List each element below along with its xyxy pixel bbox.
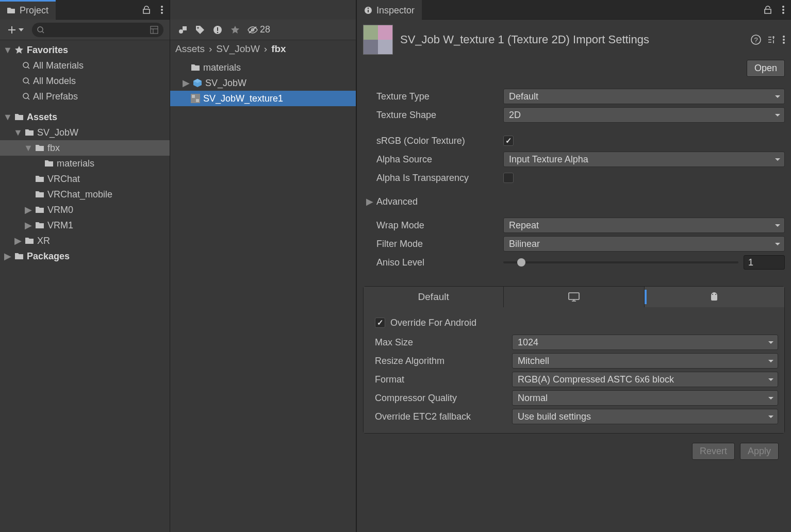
list-item-selected[interactable]: SV_JobW_texture1 [170,91,356,106]
inspector-header: SV_Job W_texture 1 (Texture 2D) Import S… [357,20,791,60]
search-icon [37,26,44,34]
format-dropdown[interactable]: RGB(A) Compressed ASTC 6x6 block [512,372,778,387]
svg-point-8 [179,29,183,34]
filter-mode-dropdown[interactable]: Bilinear [503,236,785,252]
favorite-item[interactable]: All Materials [0,58,170,73]
texture-shape-dropdown[interactable]: 2D [503,107,785,123]
breadcrumb-item[interactable]: SV_JobW [216,43,259,55]
inspector-panel: Inspector SV_Job W_texture 1 (Texture 2D… [357,0,791,532]
prop-alpha-source: Alpha Source Input Texture Alpha [363,150,785,169]
presets-icon[interactable] [767,35,777,44]
alpha-source-dropdown[interactable]: Input Texture Alpha [503,152,785,167]
srgb-checkbox[interactable] [503,136,514,146]
revert-button[interactable]: Revert [692,443,735,460]
prop-resize-algorithm: Resize Algorithm Mitchell [370,352,778,370]
list-item[interactable]: ▶ SV_JobW [170,75,356,91]
favorites-label: Favorites [27,45,68,56]
project-tab-header: Project [0,0,170,20]
packages-header[interactable]: ▶ Packages [0,248,170,264]
svg-point-0 [161,6,163,8]
chevron-right-icon: ▶ [183,79,190,87]
more-icon[interactable] [783,36,785,44]
desktop-icon [568,292,580,302]
svg-point-26 [783,36,785,38]
chevron-down-icon: ▼ [4,113,11,121]
open-row: Open [357,60,791,81]
open-button[interactable]: Open [747,60,785,77]
tree-folder[interactable]: ▶ VRM1 [0,218,170,233]
breadcrumb-item[interactable]: fbx [271,43,286,55]
wrap-mode-dropdown[interactable]: Repeat [503,218,785,233]
advanced-foldout[interactable]: ▶ Advanced [363,192,785,211]
tree-folder-selected[interactable]: ▼ fbx [0,140,170,156]
texture-preview[interactable] [363,25,393,55]
chevron-right-icon: ▶ [14,237,22,244]
packages-label: Packages [27,251,70,262]
compressor-quality-dropdown[interactable]: Normal [512,390,778,406]
filter-type-button[interactable] [174,23,191,37]
folder-open-icon [35,144,44,152]
chevron-down-icon: ▼ [25,144,32,152]
svg-point-10 [197,27,199,28]
search-input[interactable] [47,25,147,34]
svg-rect-16 [192,95,195,98]
prop-wrap-mode: Wrap Mode Repeat [363,216,785,235]
tree-folder[interactable]: ▼ SV_JobW [0,125,170,140]
lock-icon[interactable] [141,4,152,15]
inspector-tab-header: Inspector [357,0,791,20]
svg-rect-12 [217,27,218,31]
search-box[interactable] [32,23,163,37]
lock-icon[interactable] [762,4,773,15]
platform-tab-standalone[interactable] [504,287,644,307]
svg-text:?: ? [754,36,757,44]
search-by-type-icon[interactable] [150,26,158,34]
prop-max-size: Max Size 1024 [370,333,778,352]
platform-body: Override For Android Max Size 1024 Resiz… [364,307,784,433]
favorite-item[interactable]: All Models [0,73,170,89]
list-item[interactable]: materials [170,60,356,75]
platform-tab-default[interactable]: Default [364,287,504,307]
tree-folder[interactable]: ▶ XR [0,233,170,248]
tree-folder[interactable]: materials [0,156,170,171]
platform-tab-android[interactable] [645,287,784,307]
chevron-right-icon: ▶ [366,198,373,205]
max-size-dropdown[interactable]: 1024 [512,335,778,350]
tree-folder[interactable]: VRChat_mobile [0,187,170,202]
filter-label-button[interactable] [192,23,208,37]
prop-override-etc2: Override ETC2 fallback Use build setting… [370,407,778,426]
texture-type-dropdown[interactable]: Default [503,89,785,104]
filter-log-button[interactable] [209,23,226,37]
favorites-header[interactable]: ▼ Favorites [0,42,170,58]
override-etc2-dropdown[interactable]: Use build settings [512,409,778,424]
folder-icon [14,113,24,121]
chevron-right-icon: › [264,43,267,55]
override-checkbox[interactable] [375,318,385,328]
folder-icon [35,175,44,182]
aniso-slider[interactable] [503,261,738,263]
tree-folder[interactable]: ▶ VRM0 [0,202,170,218]
project-tab[interactable]: Project [0,0,56,20]
prop-srgb: sRGB (Color Texture) [363,131,785,150]
hidden-count-button[interactable]: 28 [244,23,273,37]
breadcrumb-item[interactable]: Assets [175,43,205,55]
tree-folder[interactable]: VRChat [0,171,170,187]
more-icon[interactable] [778,4,789,15]
assets-header[interactable]: ▼ Assets [0,109,170,125]
more-icon[interactable] [156,4,168,15]
android-icon [710,292,719,302]
filter-star-button[interactable] [227,23,243,37]
project-tree: ▼ Favorites All Materials All Models All… [0,40,170,532]
project-panel: Project ▼ Favorites All Materials [0,0,170,532]
resize-algorithm-dropdown[interactable]: Mitchell [512,353,778,369]
help-icon[interactable]: ? [751,35,761,45]
apply-button[interactable]: Apply [740,443,779,460]
aniso-field[interactable]: 1 [744,255,785,270]
search-icon [23,93,30,100]
svg-point-31 [715,294,716,295]
alpha-transparency-checkbox[interactable] [503,173,514,183]
platform-tabs: Default Override For Android Max Size 10… [363,286,785,434]
header-icons: ? [751,35,785,45]
add-button[interactable] [3,23,27,37]
inspector-tab[interactable]: Inspector [357,0,422,20]
favorite-item[interactable]: All Prefabs [0,89,170,104]
